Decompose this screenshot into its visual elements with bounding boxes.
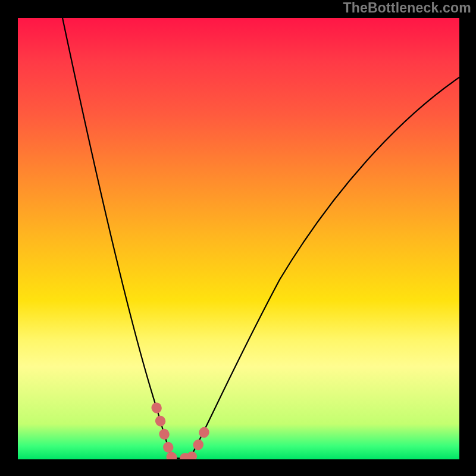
watermark-text: TheBottleneck.com (343, 0, 471, 16)
plot-area (18, 18, 459, 459)
overlay-left-segment (156, 408, 171, 457)
chart-frame: TheBottleneck.com (0, 0, 476, 476)
overlay-right-segment (192, 428, 206, 457)
overlay-layer (18, 18, 459, 459)
